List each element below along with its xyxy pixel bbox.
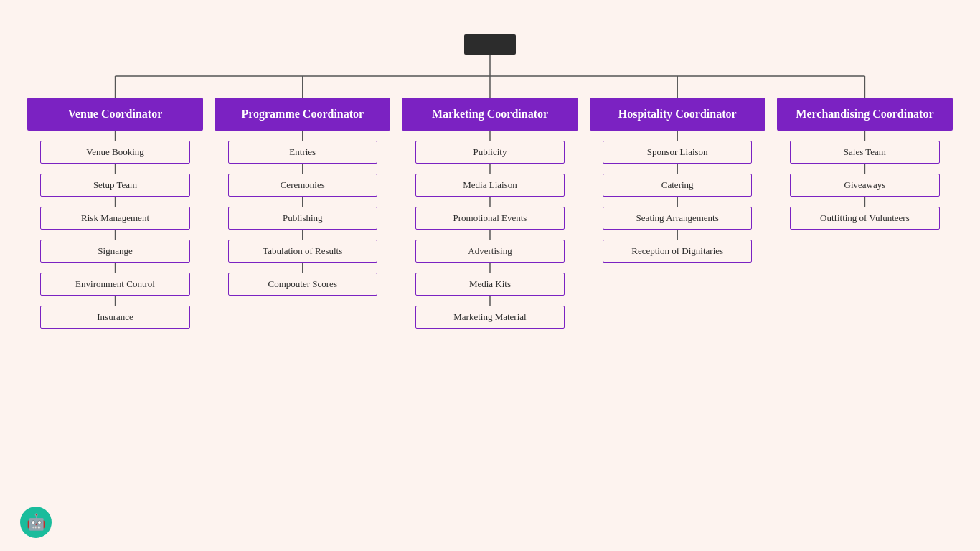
coordinators-row: Venue CoordinatorVenue BookingSetup Team… bbox=[14, 98, 966, 329]
robot-button[interactable]: 🤖 bbox=[20, 507, 52, 538]
leaf-wrap: Outfitting of Vulunteers bbox=[790, 207, 939, 230]
leaf-wrap: Catering bbox=[603, 174, 752, 197]
coordinator-label-hospitality: Hospitality Coordinator bbox=[590, 98, 765, 131]
leaf-wrap: Advertising bbox=[415, 240, 565, 263]
leaf-wrap: Entries bbox=[228, 141, 377, 164]
coordinator-label-marketing: Marketing Coordinator bbox=[402, 98, 578, 131]
column-hospitality: Hospitality CoordinatorSponsor LiaisonCa… bbox=[590, 98, 765, 329]
page-title bbox=[0, 0, 980, 34]
coordinator-label-merchandising: Merchandising Coordinator bbox=[777, 98, 953, 131]
coordinator-label-programme: Programme Coordinator bbox=[215, 98, 390, 131]
leaf-wrap: Tabulation of Results bbox=[228, 240, 377, 263]
children-col-merchandising: Sales TeamGiveawaysOutfitting of Vulunte… bbox=[777, 131, 953, 230]
leaf-wrap: Sponsor Liaison bbox=[603, 141, 752, 164]
leaf-node: Signange bbox=[40, 240, 189, 263]
leaf-wrap: Risk Management bbox=[40, 207, 189, 230]
leaf-node: Tabulation of Results bbox=[228, 240, 377, 263]
coordinator-box-programme: Programme Coordinator bbox=[215, 98, 390, 131]
root-row bbox=[464, 34, 516, 55]
leaf-wrap: Sales Team bbox=[790, 141, 939, 164]
leaf-wrap: Media Kits bbox=[415, 273, 565, 296]
leaf-wrap: Reception of Dignitaries bbox=[603, 240, 752, 263]
leaf-wrap: Marketing Material bbox=[415, 306, 565, 329]
leaf-wrap: Publicity bbox=[415, 141, 565, 164]
leaf-node: Media Liaison bbox=[415, 174, 565, 197]
children-col-hospitality: Sponsor LiaisonCateringSeating Arrangeme… bbox=[590, 131, 765, 263]
leaf-node: Giveaways bbox=[790, 174, 939, 197]
leaf-wrap: Compouter Scores bbox=[228, 273, 377, 296]
coordinator-box-venue: Venue Coordinator bbox=[27, 98, 203, 131]
children-col-venue: Venue BookingSetup TeamRisk ManagementSi… bbox=[27, 131, 203, 329]
coordinator-box-merchandising: Merchandising Coordinator bbox=[777, 98, 953, 131]
leaf-node: Outfitting of Vulunteers bbox=[790, 207, 939, 230]
leaf-wrap: Ceremonies bbox=[228, 174, 377, 197]
robot-icon: 🤖 bbox=[27, 513, 46, 532]
column-programme: Programme CoordinatorEntriesCeremoniesPu… bbox=[215, 98, 390, 329]
leaf-node: Publishing bbox=[228, 207, 377, 230]
chart-container: Venue CoordinatorVenue BookingSetup Team… bbox=[0, 34, 980, 329]
children-col-marketing: PublicityMedia LiaisonPromotional Events… bbox=[402, 131, 578, 329]
leaf-node: Sponsor Liaison bbox=[603, 141, 752, 164]
children-col-programme: EntriesCeremoniesPublishingTabulation of… bbox=[215, 131, 390, 296]
leaf-node: Venue Booking bbox=[40, 141, 189, 164]
root-node bbox=[464, 34, 516, 55]
leaf-node: Ceremonies bbox=[228, 174, 377, 197]
leaf-node: Media Kits bbox=[415, 273, 565, 296]
leaf-node: Sales Team bbox=[790, 141, 939, 164]
leaf-wrap: Insurance bbox=[40, 306, 189, 329]
leaf-node: Seating Arrangements bbox=[603, 207, 752, 230]
coordinator-box-marketing: Marketing Coordinator bbox=[402, 98, 578, 131]
leaf-wrap: Giveaways bbox=[790, 174, 939, 197]
coordinator-box-hospitality: Hospitality Coordinator bbox=[590, 98, 765, 131]
leaf-wrap: Publishing bbox=[228, 207, 377, 230]
leaf-wrap: Setup Team bbox=[40, 174, 189, 197]
leaf-wrap: Signange bbox=[40, 240, 189, 263]
leaf-wrap: Media Liaison bbox=[415, 174, 565, 197]
leaf-node: Promotional Events bbox=[415, 207, 565, 230]
column-venue: Venue CoordinatorVenue BookingSetup Team… bbox=[27, 98, 203, 329]
leaf-node: Advertising bbox=[415, 240, 565, 263]
leaf-node: Setup Team bbox=[40, 174, 189, 197]
leaf-node: Catering bbox=[603, 174, 752, 197]
leaf-node: Risk Management bbox=[40, 207, 189, 230]
column-merchandising: Merchandising CoordinatorSales TeamGivea… bbox=[777, 98, 953, 329]
coordinator-label-venue: Venue Coordinator bbox=[27, 98, 203, 131]
leaf-node: Insurance bbox=[40, 306, 189, 329]
leaf-node: Entries bbox=[228, 141, 377, 164]
column-marketing: Marketing CoordinatorPublicityMedia Liai… bbox=[402, 98, 578, 329]
leaf-node: Environment Control bbox=[40, 273, 189, 296]
leaf-node: Reception of Dignitaries bbox=[603, 240, 752, 263]
leaf-node: Marketing Material bbox=[415, 306, 565, 329]
leaf-wrap: Environment Control bbox=[40, 273, 189, 296]
leaf-node: Publicity bbox=[415, 141, 565, 164]
top-section: Venue CoordinatorVenue BookingSetup Team… bbox=[14, 34, 966, 329]
leaf-wrap: Promotional Events bbox=[415, 207, 565, 230]
leaf-wrap: Venue Booking bbox=[40, 141, 189, 164]
leaf-node: Compouter Scores bbox=[228, 273, 377, 296]
leaf-wrap: Seating Arrangements bbox=[603, 207, 752, 230]
